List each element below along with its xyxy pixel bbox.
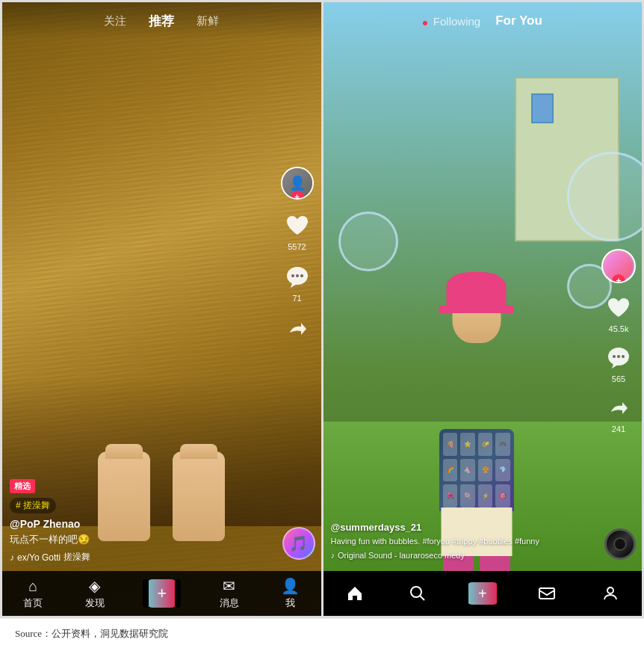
right-share-button[interactable]: 241 — [604, 394, 633, 433]
follow-tab[interactable]: 关注 — [104, 14, 126, 28]
right-description: Having fun with bubbles. #foryou #trippy… — [331, 536, 598, 547]
music-sticker: 🎵 — [282, 527, 315, 560]
foryou-tab[interactable]: For You — [495, 13, 542, 28]
main-container: 关注 推荐 新鲜 👤 + 5572 — [0, 0, 644, 648]
source-footer: Source：公开资料，洞见数据研究院 — [0, 618, 644, 648]
figure-head — [452, 287, 501, 343]
home-icon: ⌂ — [28, 578, 37, 595]
share-icon — [286, 318, 309, 340]
svg-point-7 — [613, 355, 616, 358]
svg-point-8 — [617, 355, 620, 358]
music-text: ex/Yo Gotti — [17, 552, 61, 563]
tiktok-add-button[interactable] — [466, 582, 499, 605]
right-heart-icon — [607, 297, 631, 319]
featured-badge: 精选 — [10, 479, 35, 493]
nav-profile[interactable]: 👤 我 — [281, 577, 300, 610]
heart-icon — [285, 215, 309, 237]
nav-messages[interactable]: ✉ 消息 — [220, 577, 239, 610]
tiktok-inbox-icon[interactable] — [532, 578, 562, 608]
music-extra: 搓澡舞 — [64, 551, 90, 564]
nav-discover[interactable]: ◈ 发现 — [85, 577, 105, 610]
tiktok-search-icon[interactable] — [403, 578, 433, 608]
add-left-border — [462, 582, 468, 605]
like-button[interactable]: 5572 — [283, 212, 312, 251]
fresh-tab[interactable]: 新鲜 — [196, 14, 219, 28]
right-avatar[interactable]: + — [601, 249, 636, 283]
recommend-tab[interactable]: 推荐 — [149, 13, 174, 30]
following-tab[interactable]: Following — [423, 15, 481, 28]
right-comment-icon — [606, 346, 631, 370]
left-bottom-info: 精选 # 搓澡舞 @PoP Zhenao 玩点不一样的吧😏 ♪ ex/Yo Go… — [10, 478, 276, 564]
shirt-pattern: 🍕 ⭐ 🌮 🎮 🌈 🦄 🍔 💎 🌺 🍭 ⚡ 🎯 — [443, 433, 510, 507]
right-share-icon — [607, 397, 630, 419]
right-bottom-info: @summerdayss_21 Having fun with bubbles.… — [331, 522, 598, 560]
right-music-text: Original Sound - lauraroseco medy — [338, 551, 465, 560]
svg-rect-12 — [539, 588, 554, 599]
left-sidebar: 👤 + 5572 — [281, 167, 314, 343]
comment-icon — [285, 265, 310, 289]
svg-point-13 — [607, 587, 613, 593]
right-music-note: ♪ — [331, 551, 335, 560]
left-top-nav: 关注 推荐 新鲜 — [2, 2, 321, 40]
left-phone: 关注 推荐 新鲜 👤 + 5572 — [0, 0, 323, 618]
music-note-icon: ♪ — [10, 552, 14, 563]
phones-row: 关注 推荐 新鲜 👤 + 5572 — [0, 0, 644, 618]
left-username[interactable]: @PoP Zhenao — [10, 518, 276, 530]
svg-line-11 — [420, 596, 424, 600]
svg-point-2 — [291, 274, 294, 277]
right-like-button[interactable]: 45.5k — [604, 294, 633, 333]
svg-point-9 — [622, 355, 625, 358]
right-phone: 🍕 ⭐ 🌮 🎮 🌈 🦄 🍔 💎 🌺 🍭 ⚡ 🎯 — [323, 0, 645, 618]
right-share-count: 241 — [612, 425, 625, 433]
left-description: 玩点不一样的吧😏 — [10, 533, 276, 546]
svg-marker-6 — [612, 364, 618, 368]
music-disc — [604, 528, 636, 560]
tiktok-profile-icon[interactable] — [595, 578, 625, 608]
avatar[interactable]: 👤 + — [281, 167, 314, 200]
left-music-info: ♪ ex/Yo Gotti 搓澡舞 — [10, 551, 276, 564]
right-username[interactable]: @summerdayss_21 — [331, 522, 598, 533]
add-button[interactable]: + — [146, 579, 177, 608]
building-window — [531, 93, 554, 123]
messages-icon: ✉ — [223, 577, 235, 595]
figure-shirt: 🍕 ⭐ 🌮 🎮 🌈 🦄 🍔 💎 🌺 🍭 ⚡ 🎯 — [439, 429, 514, 511]
svg-point-10 — [411, 587, 421, 597]
right-sidebar: + 45.5k — [601, 249, 636, 433]
nav-home[interactable]: ⌂ 首页 — [23, 578, 43, 610]
add-right-border — [497, 582, 503, 605]
right-like-count: 45.5k — [609, 324, 629, 333]
discover-icon: ◈ — [89, 577, 100, 595]
comment-count: 71 — [292, 294, 301, 303]
svg-point-4 — [300, 274, 303, 277]
live-dot — [423, 21, 427, 25]
svg-point-3 — [296, 274, 299, 277]
hashtag-tag[interactable]: # 搓澡舞 — [10, 498, 56, 513]
profile-icon: 👤 — [281, 577, 300, 595]
bubble-2 — [338, 212, 398, 271]
share-button[interactable] — [283, 315, 312, 343]
right-top-nav: Following For You — [323, 2, 643, 40]
svg-marker-1 — [291, 283, 297, 288]
figure-hat — [447, 272, 507, 309]
right-follow-badge[interactable]: + — [612, 274, 625, 283]
like-count: 5572 — [288, 242, 306, 251]
tiktok-home-icon[interactable] — [340, 578, 370, 608]
source-text: Source：公开资料，洞见数据研究院 — [15, 627, 168, 641]
right-bottom-nav — [323, 571, 643, 616]
right-comment-button[interactable]: 565 — [604, 344, 633, 383]
right-comment-count: 565 — [612, 374, 625, 383]
follow-plus-badge[interactable]: + — [291, 191, 304, 200]
left-bottom-nav: ⌂ 首页 ◈ 发现 + ✉ 消息 👤 我 — [2, 571, 321, 616]
right-music-info: ♪ Original Sound - lauraroseco medy — [331, 551, 598, 560]
comment-button[interactable]: 71 — [283, 263, 312, 303]
